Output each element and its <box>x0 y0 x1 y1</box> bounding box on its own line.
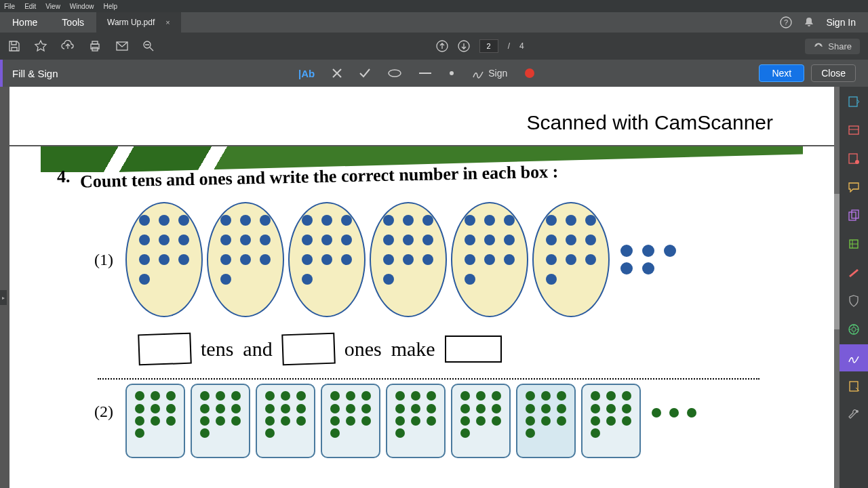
protect-icon[interactable] <box>847 294 861 308</box>
vertical-scrollbar-thumb[interactable] <box>834 194 840 329</box>
svg-text:?: ? <box>784 18 788 26</box>
ones-label: ones <box>344 338 382 361</box>
next-button[interactable]: Next <box>759 64 804 82</box>
divider <box>98 378 760 380</box>
tab-doc-label: Warm Up.pdf <box>107 18 155 27</box>
page-number-input[interactable] <box>479 39 498 53</box>
tab-bar: Home Tools Warm Up.pdf × ? Sign In <box>0 12 868 33</box>
tens-label: tens <box>201 338 233 361</box>
dot-tool-icon[interactable] <box>449 70 454 76</box>
ones-dots-2 <box>652 408 696 418</box>
compress-icon[interactable] <box>847 323 861 336</box>
problem-1-row: (1) <box>94 202 800 317</box>
svg-point-11 <box>450 71 454 75</box>
total-answer-box[interactable] <box>445 336 502 363</box>
text-tool-icon[interactable]: |Ab <box>298 68 315 79</box>
color-dot-icon[interactable] <box>525 68 534 78</box>
fillsign-title: Fill & Sign <box>12 68 58 79</box>
page-up-icon[interactable] <box>436 40 448 52</box>
mail-icon[interactable] <box>115 41 129 52</box>
ten-card <box>516 384 576 458</box>
left-pane-toggle[interactable]: ▸ <box>0 290 7 305</box>
sign-in-link[interactable]: Sign In <box>826 17 856 28</box>
tab-document[interactable]: Warm Up.pdf × <box>96 12 181 33</box>
export-pdf-icon[interactable] <box>847 95 861 108</box>
ten-card <box>191 384 250 458</box>
svg-rect-3 <box>92 41 98 44</box>
ten-card <box>256 384 315 458</box>
page-down-icon[interactable] <box>458 40 470 52</box>
redact-icon[interactable] <box>847 266 861 279</box>
sign-label: Sign <box>488 68 507 79</box>
menu-view[interactable]: View <box>45 3 60 10</box>
tab-tools[interactable]: Tools <box>50 12 96 33</box>
menu-file[interactable]: File <box>4 3 15 10</box>
page-nav: / 4 <box>436 39 524 53</box>
svg-point-16 <box>855 160 859 164</box>
ten-card <box>386 384 446 458</box>
fillsign-toolbar: Fill & Sign |Ab Sign Next Close <box>0 60 868 87</box>
ten-card <box>125 384 185 458</box>
svg-point-21 <box>852 327 856 331</box>
svg-rect-13 <box>849 126 859 134</box>
menu-edit[interactable]: Edit <box>24 3 36 10</box>
ones-answer-box[interactable] <box>281 333 336 366</box>
tab-close-icon[interactable]: × <box>165 18 170 26</box>
active-strip <box>0 60 3 87</box>
svg-rect-12 <box>849 97 857 106</box>
answer-row-1: tens and ones make <box>138 333 800 365</box>
star-icon[interactable] <box>34 39 47 53</box>
edit-pdf-icon[interactable] <box>847 152 861 165</box>
combine-icon[interactable] <box>847 209 861 222</box>
ten-group <box>207 202 284 317</box>
svg-rect-18 <box>852 210 859 218</box>
tab-home[interactable]: Home <box>0 12 50 33</box>
fillsign-panel-icon[interactable] <box>840 344 868 371</box>
svg-rect-17 <box>849 212 856 220</box>
svg-point-23 <box>856 410 859 413</box>
menu-bar: File Edit View Window Help <box>0 0 868 12</box>
menu-help[interactable]: Help <box>103 3 117 10</box>
create-pdf-icon[interactable] <box>847 123 861 137</box>
ten-group <box>288 202 366 317</box>
save-icon[interactable] <box>8 40 20 52</box>
organize-icon[interactable] <box>847 237 861 251</box>
ten-card <box>451 384 511 458</box>
tens-answer-box[interactable] <box>138 333 192 366</box>
ten-card <box>321 384 380 458</box>
page-prev-slice: Scanned with CamScanner <box>9 87 834 145</box>
question-number: 4. <box>57 167 71 186</box>
page-current: 4. Count tens and ones and write the cor… <box>9 146 834 488</box>
menu-window[interactable]: Window <box>70 3 94 10</box>
page-total: 4 <box>519 41 524 51</box>
share-label: Share <box>828 41 852 52</box>
sign-tool[interactable]: Sign <box>472 68 507 79</box>
cross-tool-icon[interactable] <box>332 68 342 78</box>
comment-icon[interactable] <box>847 180 861 194</box>
oval-tool-icon[interactable] <box>388 69 401 77</box>
subproblem-2-label: (2) <box>94 403 113 421</box>
problem-2-row: (2) <box>94 384 800 458</box>
line-tool-icon[interactable] <box>419 72 431 75</box>
cloud-upload-icon[interactable] <box>61 40 75 52</box>
help-icon[interactable]: ? <box>780 16 792 28</box>
send-icon[interactable] <box>847 380 861 393</box>
make-label: make <box>391 338 435 361</box>
svg-point-9 <box>389 70 401 77</box>
more-tools-icon[interactable] <box>847 408 861 422</box>
close-button[interactable]: Close <box>811 64 856 82</box>
and-label: and <box>243 338 272 361</box>
page-sep: / <box>508 41 510 51</box>
svg-rect-22 <box>850 382 858 391</box>
ten-card <box>581 384 641 458</box>
bell-icon[interactable] <box>803 16 815 28</box>
document-viewport[interactable]: ▸ Scanned with CamScanner 4. Count tens … <box>0 87 840 488</box>
main-area: ▸ Scanned with CamScanner 4. Count tens … <box>0 87 868 488</box>
subproblem-1-label: (1) <box>94 251 113 269</box>
check-tool-icon[interactable] <box>359 68 370 78</box>
question-text: Count tens and ones and write the correc… <box>79 162 558 192</box>
main-toolbar: / 4 Share <box>0 33 868 60</box>
zoom-out-icon[interactable] <box>142 40 155 52</box>
print-icon[interactable] <box>88 40 102 52</box>
share-button[interactable]: Share <box>805 39 860 54</box>
